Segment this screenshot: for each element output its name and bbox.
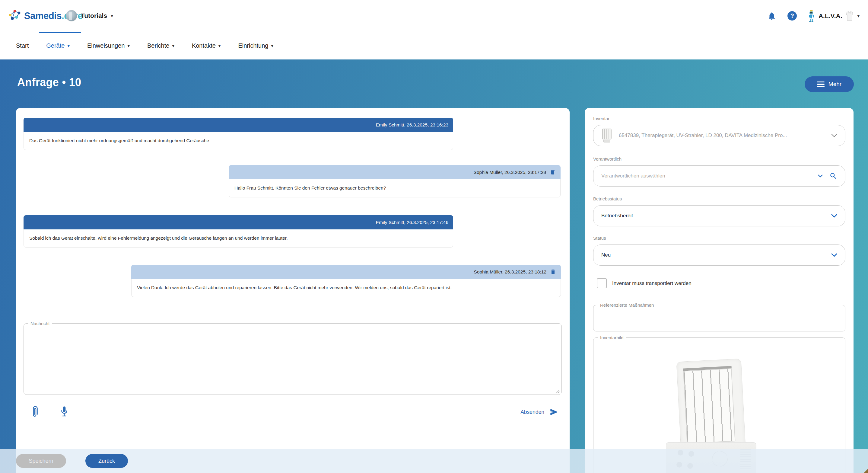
nav-label: Start [16,42,29,49]
lab-coat-icon [846,11,854,21]
message-compose-fieldset: Nachricht [24,321,562,395]
message-text: Vielen Dank. Ich werde das Gerät abholen… [131,279,561,297]
nav-label: Berichte [147,42,169,49]
tutorials-menu[interactable]: Tutorials ▾ [66,10,113,22]
tutorials-avatar [66,10,77,22]
nav-label: Einweisungen [87,42,125,49]
inventar-select[interactable]: 6547839, Therapiegerät, UV-Strahler, LD … [593,125,845,146]
more-button[interactable]: Mehr [805,77,854,92]
nav-label: Einrichtung [238,42,268,49]
inventory-thumbnail [601,128,612,143]
message-header: Sophia Müller, 26.3.2025, 23:18:12 [131,265,561,279]
betriebsstatus-select[interactable]: Betriebsbereit [593,205,845,227]
menu-icon [817,82,825,87]
notifications-bell-button[interactable] [767,11,777,21]
help-button[interactable]: ? [787,11,797,21]
brand-primary-text: Samedis [24,10,62,21]
compose-actions-row: Absenden [16,407,569,417]
betriebsstatus-value: Betriebsbereit [601,213,825,219]
bell-icon [767,11,776,21]
chat-message: Emily Schmitt, 26.3.2025, 23:17:46 Sobal… [24,215,453,247]
message-header: Emily Schmitt, 26.3.2025, 23:16:23 [24,118,453,132]
verantwortlich-input[interactable] [601,173,811,179]
nav-item-berichte[interactable]: Berichte ▾ [147,42,175,49]
verantwortlich-label: Verantwortlich [593,156,621,161]
nav-item-kontakte[interactable]: Kontakte ▾ [192,42,221,49]
chevron-down-icon [831,134,837,137]
status-label: Status [593,235,606,241]
chat-message: Sophia Müller, 26.3.2025, 23:18:12 Viele… [131,265,561,297]
app-root: Samedis.care Tutorials ▾ ? [0,0,868,473]
tutorials-label: Tutorials [81,12,107,19]
chat-message: Sophia Müller, 26.3.2025, 23:17:28 Hallo… [229,165,561,198]
chat-panel: Emily Schmitt, 26.3.2025, 23:16:23 Das G… [16,108,569,473]
chevron-down-icon: ▾ [111,13,113,18]
active-tab-indicator [39,32,81,33]
network-logo-icon [8,9,21,23]
page-title: Anfrage • 10 [17,76,81,89]
message-text: Sobald ich das Gerät einschalte, wird ei… [24,229,453,247]
betriebsstatus-label: Betriebsstatus [593,196,622,201]
robot-avatar-icon [808,10,815,22]
message-author-line: Sophia Müller, 26.3.2025, 23:17:28 [474,170,546,175]
more-button-label: Mehr [829,81,841,88]
chevron-down-icon [831,253,837,257]
transport-checkbox[interactable] [597,278,607,288]
nav-label: Kontakte [192,42,216,49]
nav-item-einweisungen[interactable]: Einweisungen ▾ [87,42,130,49]
message-field-label: Nachricht [28,321,52,326]
delete-message-icon[interactable] [550,169,556,176]
message-header: Emily Schmitt, 26.3.2025, 23:17:46 [24,215,453,229]
nav-item-einrichtung[interactable]: Einrichtung ▾ [238,42,273,49]
chevron-down-icon: ▾ [67,43,70,48]
resize-handle-icon[interactable] [555,389,560,393]
verantwortlich-field [593,166,845,186]
send-message-button[interactable]: Absenden [521,408,559,416]
chevron-down-icon[interactable] [818,175,823,177]
send-label: Absenden [521,409,544,415]
message-text: Das Gerät funktioniert nicht mehr ordnun… [24,132,453,150]
top-header: Samedis.care Tutorials ▾ ? [0,0,868,32]
search-icon[interactable] [829,172,837,180]
nav-item-geraete[interactable]: Geräte ▾ [46,42,70,49]
back-button[interactable]: Zurück [85,454,128,468]
page-resize-corner [864,469,868,473]
message-author-line: Sophia Müller, 26.3.2025, 23:18:12 [474,269,547,275]
massnahmen-fieldset: Referenzierte Maßnahmen [593,302,845,331]
action-bar: Speichern Zurück [0,449,868,473]
message-textarea[interactable] [24,326,561,388]
inventarbild-label: Inventarbild [598,335,626,340]
chevron-down-icon [831,214,837,218]
massnahmen-label: Referenzierte Maßnahmen [598,302,656,307]
chat-message: Emily Schmitt, 26.3.2025, 23:16:23 Das G… [24,118,453,150]
header-actions: ? A.L.V.A. [767,0,860,32]
microphone-icon [60,406,68,418]
save-button[interactable]: Speichern [16,454,66,468]
chevron-down-icon: ▾ [218,43,221,48]
status-value: Neu [601,252,825,258]
user-account-menu[interactable]: A.L.V.A. ▾ [808,10,860,22]
message-author-line: Emily Schmitt, 26.3.2025, 23:16:23 [376,122,448,128]
paperclip-icon [31,405,39,419]
delete-message-icon[interactable] [550,268,556,275]
question-mark-icon: ? [787,11,797,21]
transport-checkbox-label: Inventar muss transportiert werden [612,280,691,287]
status-select[interactable]: Neu [593,244,845,266]
chevron-down-icon: ▾ [127,43,130,48]
record-audio-button[interactable] [59,407,69,417]
chevron-down-icon: ▾ [172,43,175,48]
attachment-actions [30,407,69,417]
main-nav: Start Geräte ▾ Einweisungen ▾ Berichte ▾… [0,32,868,59]
message-header: Sophia Müller, 26.3.2025, 23:17:28 [229,165,561,179]
inventar-value: 6547839, Therapiegerät, UV-Strahler, LD … [619,132,825,139]
transport-checkbox-row[interactable]: Inventar muss transportiert werden [597,278,691,288]
attach-file-button[interactable] [30,407,40,417]
message-author-line: Emily Schmitt, 26.3.2025, 23:17:46 [376,220,448,225]
message-text: Hallo Frau Schmitt. Könnten Sie den Fehl… [229,179,561,198]
details-panel: Inventar 6547839, Therapiegerät, UV-Stra… [585,108,854,473]
chevron-down-icon: ▾ [857,13,860,18]
nav-item-start[interactable]: Start [16,42,29,49]
send-icon [549,408,559,416]
user-name-label: A.L.V.A. [818,12,842,20]
inventar-label: Inventar [593,116,610,121]
